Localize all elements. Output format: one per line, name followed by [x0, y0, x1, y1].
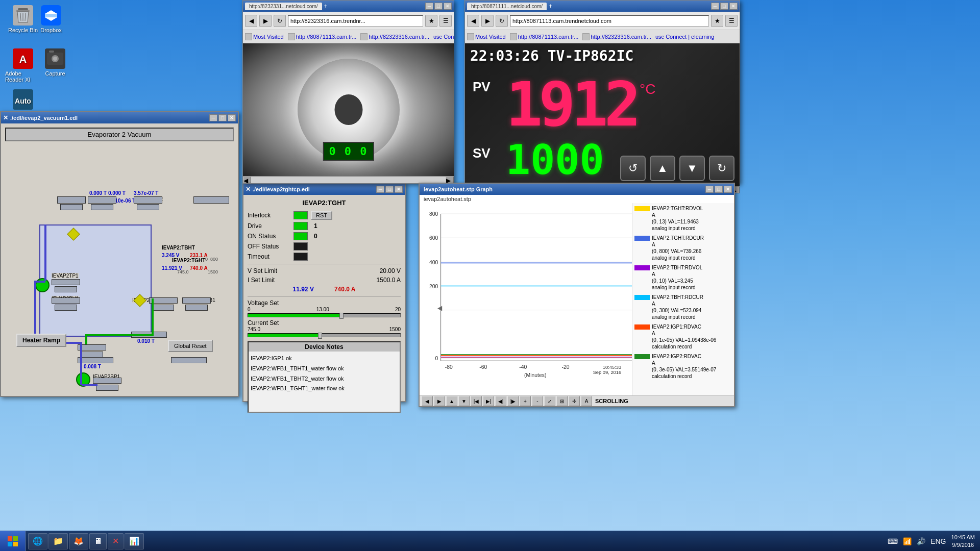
- graph-btn-zoom-sel[interactable]: ⊞: [556, 396, 568, 406]
- cam-minimize-btn[interactable]: ─: [425, 3, 433, 10]
- cam-forward-btn[interactable]: ▶: [259, 15, 272, 27]
- adobe-reader-icon[interactable]: A Adobe Reader XI: [5, 48, 41, 83]
- graph-btn-zoom-fit[interactable]: ⤢: [544, 396, 555, 406]
- pipe-v1: [44, 224, 46, 281]
- cam-close-btn[interactable]: ✕: [444, 3, 452, 10]
- evap-close-btn[interactable]: ✕: [228, 114, 236, 121]
- svg-text:400: 400: [429, 259, 438, 265]
- dropbox-icon[interactable]: Dropbox: [33, 5, 69, 33]
- cg1b-box: [78, 357, 113, 363]
- graph-btn-zoom-out[interactable]: -: [532, 396, 543, 406]
- ipcam-new-tab-btn[interactable]: +: [549, 3, 552, 10]
- ipcam-bookmark-3[interactable]: http://82323316.cam.tr...: [582, 33, 651, 40]
- igp1-box: [88, 196, 116, 204]
- on-status-led: [293, 232, 308, 240]
- graph-btn-down[interactable]: ▼: [458, 396, 470, 406]
- graph-btn-step-fwd[interactable]: |▶: [507, 396, 519, 406]
- graph-btn-zoom-in[interactable]: +: [520, 396, 531, 406]
- graph-btn-prev[interactable]: ◀: [422, 396, 433, 406]
- heater-ramp-button[interactable]: Heater Ramp: [16, 334, 66, 347]
- graph-btn-step-back[interactable]: ◀|: [495, 396, 506, 406]
- taskbar-explorer-btn[interactable]: 📁: [48, 533, 68, 549]
- current-slider-bar[interactable]: [248, 333, 401, 337]
- voltage-slider-bar[interactable]: [248, 313, 401, 317]
- cam-scroll-track[interactable]: [251, 177, 446, 183]
- ipcam-btn-up[interactable]: ▲: [650, 156, 675, 181]
- taskbar-ie-btn[interactable]: 🌐: [28, 533, 47, 549]
- ipcam-address-bar[interactable]: http://80871113.cam.trendnetcloud.com: [510, 15, 709, 27]
- legend-color-4: [634, 295, 650, 300]
- tcm-box: [193, 196, 229, 204]
- legend-text-6: IEVAP2:IGP2:RDVACA(0, 3e-05) VAL=3.55149…: [652, 353, 716, 380]
- ipcam-maximize-btn[interactable]: □: [720, 3, 728, 10]
- note-1: IEVAP2:IGP1 ok: [251, 354, 398, 364]
- graph-btn-up[interactable]: ▲: [446, 396, 457, 406]
- current-slider-thumb[interactable]: [318, 333, 322, 339]
- taskbar-excel-btn[interactable]: 📊: [125, 533, 144, 549]
- capture-icon[interactable]: Capture: [37, 48, 73, 77]
- evap-panel-title: Evaporator 2 Vacuum: [5, 128, 234, 141]
- cam-bookmark-btn[interactable]: ★: [425, 15, 437, 27]
- global-reset-button[interactable]: Global Reset: [168, 340, 213, 352]
- i-set-limit-row: I Set Limit 1500.0 A: [248, 277, 401, 284]
- cam-bookmark-most-visited[interactable]: Most Visited: [245, 33, 284, 40]
- ipcam-bookmark-4[interactable]: usc Connect | elearning: [655, 34, 714, 40]
- graph-minimize-btn[interactable]: ─: [705, 186, 714, 193]
- cam-scroll-left[interactable]: ◀: [243, 177, 251, 183]
- cam-maximize-btn[interactable]: □: [434, 3, 443, 10]
- ipcam-refresh-btn[interactable]: ↻: [496, 15, 508, 27]
- svg-rect-0: [18, 8, 28, 10]
- cam-bookmark-1-label: Most Visited: [253, 34, 284, 40]
- ipcam-btn-down[interactable]: ▼: [679, 156, 705, 181]
- cam-bookmarks-bar: Most Visited http://80871113.cam.tr... h…: [243, 30, 454, 43]
- taskbar-unknown-btn[interactable]: 🖥: [89, 533, 107, 549]
- ipcam-bookmark-2[interactable]: http://80871113.cam.tr...: [510, 33, 579, 40]
- ipcam-close-btn[interactable]: ✕: [729, 3, 738, 10]
- clock-date: 9/9/2016: [951, 541, 975, 548]
- ipcam-btn-forward[interactable]: ↻: [709, 156, 734, 181]
- taskbar-epics-btn[interactable]: ✕: [108, 533, 124, 549]
- cam-menu-btn[interactable]: ☰: [439, 15, 452, 27]
- ipcam-bookmark-btn[interactable]: ★: [711, 15, 723, 27]
- cam-refresh-btn[interactable]: ↻: [274, 15, 286, 27]
- cam-tab[interactable]: http://8232331...netcloud.com/: [245, 3, 322, 10]
- tght-minimize-btn[interactable]: ─: [376, 186, 384, 193]
- cam-bookmark-4[interactable]: usc Connect | elearning: [433, 34, 454, 40]
- ipcam-pv-display: 1912 °C: [506, 69, 655, 140]
- ipcam-back-btn[interactable]: ◀: [467, 15, 479, 27]
- rst-button[interactable]: RST: [311, 211, 332, 220]
- capture-label: Capture: [45, 70, 65, 77]
- ipcam-minimize-btn[interactable]: ─: [711, 3, 719, 10]
- graph-btn-next[interactable]: ▶: [434, 396, 445, 406]
- ipcam-forward-btn[interactable]: ▶: [481, 15, 494, 27]
- cam-address-bar[interactable]: http://82323316.cam.trendnr...: [288, 15, 423, 27]
- ipcam-address-text: http://80871113.cam.trendnetcloud.com: [512, 18, 611, 24]
- tght-maximize-btn[interactable]: □: [385, 186, 394, 193]
- cam-bookmark-3[interactable]: http://82323316.cam.tr...: [360, 33, 429, 40]
- tght-sub1: 745.0: [177, 269, 189, 274]
- cam-browser-titlebar: http://8232331...netcloud.com/ + ─ □ ✕: [243, 1, 454, 12]
- ipcam-btn-replay[interactable]: ↺: [620, 156, 646, 181]
- graph-btn-first[interactable]: |◀: [471, 396, 482, 406]
- cam-back-btn[interactable]: ◀: [245, 15, 257, 27]
- evap-maximize-btn[interactable]: □: [218, 114, 227, 121]
- graph-btn-last[interactable]: ▶|: [483, 396, 494, 406]
- ipcam-menu-btn[interactable]: ☰: [725, 15, 738, 27]
- graph-close-btn[interactable]: ✕: [724, 186, 732, 193]
- graph-btn-auto[interactable]: A: [581, 396, 592, 406]
- legend-text-4: IEVAP2:TBHT:RDCURA(0, 300) VAL=523.094an…: [652, 294, 703, 320]
- separator1: [248, 264, 401, 264]
- voltage-slider-thumb[interactable]: [339, 313, 344, 319]
- start-button[interactable]: [0, 531, 26, 552]
- gpipe-v2: [85, 334, 87, 344]
- taskbar-firefox-btn[interactable]: 🦊: [69, 533, 88, 549]
- ipcam-bookmark-most-visited[interactable]: Most Visited: [467, 33, 506, 40]
- ipcam-tab[interactable]: http://80871111...netcloud.com/: [467, 3, 547, 10]
- tght-close-btn[interactable]: ✕: [395, 186, 403, 193]
- graph-btn-cursor[interactable]: ✛: [569, 396, 580, 406]
- evap-minimize-btn[interactable]: ─: [209, 114, 217, 121]
- cam-new-tab-btn[interactable]: +: [324, 3, 328, 10]
- cam-bookmark-2[interactable]: http://80871113.cam.tr...: [288, 33, 357, 40]
- graph-maximize-btn[interactable]: □: [715, 186, 723, 193]
- cg1a-value: 0.010 T: [137, 338, 155, 344]
